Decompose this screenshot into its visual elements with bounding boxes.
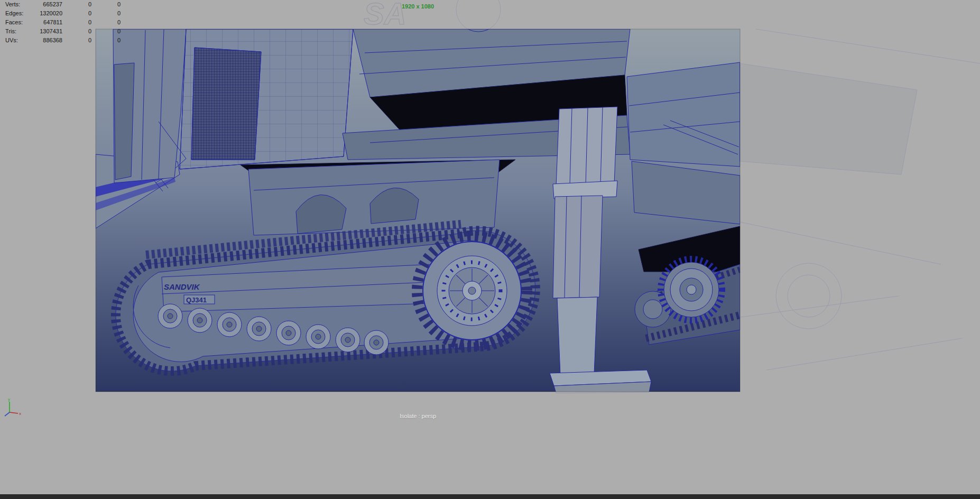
stat-col2: 0 [62, 27, 91, 36]
stat-total: 665237 [37, 0, 62, 9]
stat-col3: 0 [91, 27, 121, 36]
polycount-row-faces: Faces:64781100 [5, 18, 121, 27]
stat-total: 647811 [37, 18, 62, 27]
isolate-message: Isolate : persp [96, 413, 740, 419]
stat-label: Verts: [5, 0, 37, 9]
stat-total: 1320020 [37, 9, 62, 18]
stat-col3: 0 [91, 36, 121, 45]
bottom-panel-edge [0, 494, 980, 499]
stat-col2: 0 [62, 0, 91, 9]
y-axis-label: y [8, 397, 10, 402]
viewport-canvas[interactable]: SANDVIK QJ341 [0, 0, 980, 499]
x-axis-line [10, 412, 18, 413]
stat-col2: 0 [62, 36, 91, 45]
maya-viewport[interactable]: SANDVIK QJ341 [0, 0, 980, 499]
z-axis-line [5, 412, 10, 416]
stat-label: UVs: [5, 36, 37, 45]
stat-label: Edges: [5, 9, 37, 18]
stat-col2: 0 [62, 18, 91, 27]
polycount-row-uvs: UVs:88636800 [5, 36, 121, 45]
resolution-gate-label: 1920 x 1080 [96, 3, 740, 10]
stat-col3: 0 [91, 9, 121, 18]
stat-col3: 0 [91, 18, 121, 27]
polycount-row-tris: Tris:130743100 [5, 27, 121, 36]
polycount-row-edges: Edges:132002000 [5, 9, 121, 18]
stat-total: 1307431 [37, 27, 62, 36]
resolution-gate[interactable] [96, 0, 980, 393]
stat-label: Tris: [5, 27, 37, 36]
stat-col2: 0 [62, 9, 91, 18]
x-axis-label: x [19, 411, 21, 416]
stat-total: 886368 [37, 36, 62, 45]
view-axis-gizmo: y x [2, 396, 23, 418]
stat-label: Faces: [5, 18, 37, 27]
